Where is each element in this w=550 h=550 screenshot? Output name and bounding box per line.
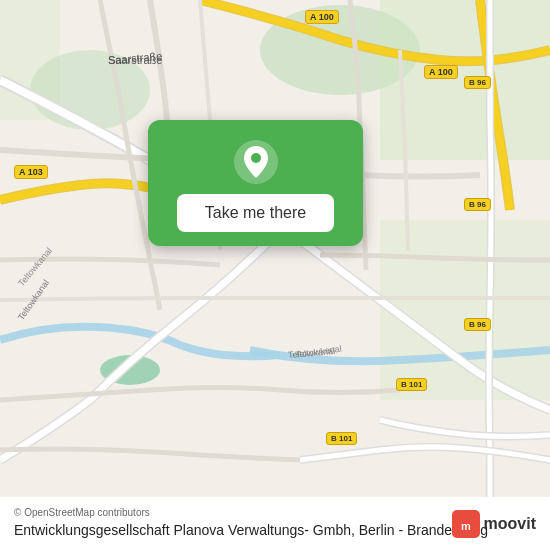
road-badge-b101-1: B 101 [396,378,427,391]
bottom-bar: © OpenStreetMap contributors Entwicklung… [0,497,550,550]
saarstrasse-label: Saarstraße [108,54,162,66]
road-badge-a103: A 103 [14,165,48,179]
location-card: Take me there [148,120,363,246]
take-me-there-button[interactable]: Take me there [177,194,334,232]
map-container: A 100 A 100 A 103 B 96 B 96 B 96 B 101 B… [0,0,550,550]
road-badge-b96-mid: B 96 [464,198,491,211]
road-badge-b96-bot: B 96 [464,318,491,331]
moovit-logo-icon: m [452,510,480,538]
moovit-logo: m moovit [452,510,536,538]
road-badge-b96-top: B 96 [464,76,491,89]
location-pin-icon [232,138,280,186]
road-badge-a100-top: A 100 [305,10,339,24]
moovit-text: moovit [484,515,536,533]
road-badge-a100-right: A 100 [424,65,458,79]
svg-rect-5 [380,220,550,400]
svg-point-9 [251,153,261,163]
road-badge-b101-2: B 101 [326,432,357,445]
svg-text:m: m [461,520,471,532]
